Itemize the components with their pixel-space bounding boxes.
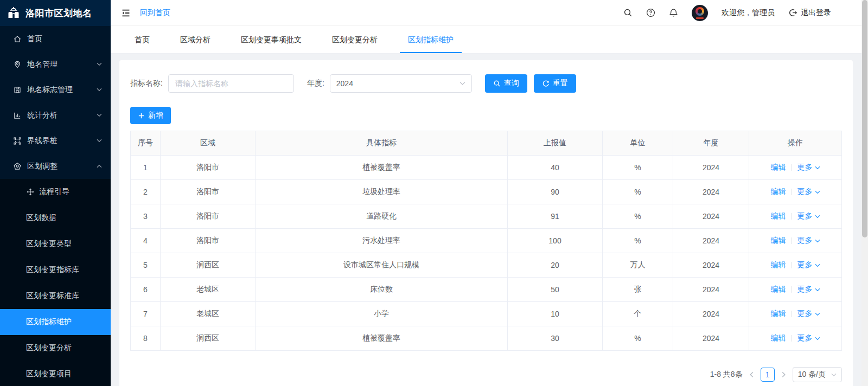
more-dropdown[interactable]: 更多 xyxy=(797,236,820,246)
sidebar-subitem-indicator-lib[interactable]: 区划变更指标库 xyxy=(0,257,111,283)
more-dropdown[interactable]: 更多 xyxy=(797,333,820,343)
add-button-label: 新增 xyxy=(148,111,163,120)
app-logo[interactable]: 洛阳市区划地名 xyxy=(0,0,111,26)
table-row: 8 涧西区 植被覆盖率 30 % 2024 编辑更多 xyxy=(131,326,842,351)
sidebar-subitem-change-project[interactable]: 区划变更项目 xyxy=(0,361,111,386)
sidebar-subitem-label: 区划数据 xyxy=(26,213,102,223)
indicator-name-input[interactable] xyxy=(168,74,294,93)
cell-no: 1 xyxy=(131,156,161,180)
edit-link[interactable]: 编辑 xyxy=(771,187,786,196)
sidebar-subitem-label: 区划变更分析 xyxy=(26,343,102,353)
sidebar-item-label: 统计分析 xyxy=(27,111,93,120)
cell-actions: 编辑更多 xyxy=(749,229,842,253)
logout-button[interactable]: 退出登录 xyxy=(788,8,831,18)
logout-label: 退出登录 xyxy=(801,8,831,18)
tab-change-analysis[interactable]: 区划变更分析 xyxy=(332,26,378,53)
table-row: 4 洛阳市 污水处理率 100 % 2024 编辑更多 xyxy=(131,229,842,253)
more-dropdown[interactable]: 更多 xyxy=(797,285,820,294)
cell-year: 2024 xyxy=(673,302,749,326)
edit-link[interactable]: 编辑 xyxy=(771,333,786,342)
sidebar-item-statistics[interactable]: 统计分析 xyxy=(0,102,111,128)
map-pin-icon xyxy=(13,60,22,69)
cell-region: 老城区 xyxy=(161,278,256,302)
more-label: 更多 xyxy=(797,236,813,246)
sidebar-subitem-standard-lib[interactable]: 区划变更标准库 xyxy=(0,283,111,309)
tab-change-approval[interactable]: 区划变更事项批文 xyxy=(241,26,302,53)
back-home-link[interactable]: 回到首页 xyxy=(140,8,170,18)
sidebar-subitem-change-analysis[interactable]: 区划变更分析 xyxy=(0,335,111,361)
tab-bar: 首页 区域分析 区划变更事项批文 区划变更分析 区划指标维护 xyxy=(111,26,861,54)
search-button[interactable]: 查询 xyxy=(485,74,527,93)
cell-no: 2 xyxy=(131,180,161,204)
cell-unit: 个 xyxy=(603,302,673,326)
sidebar-item-home[interactable]: 首页 xyxy=(0,26,111,52)
page-size-value: 10 条/页 xyxy=(798,370,826,379)
scrollbar-thumb[interactable] xyxy=(862,0,867,237)
cell-actions: 编辑更多 xyxy=(749,253,842,278)
cell-value: 30 xyxy=(508,326,603,351)
sidebar-subitem-zoning-data[interactable]: 区划数据 xyxy=(0,205,111,231)
edit-link[interactable]: 编辑 xyxy=(771,163,786,171)
add-button[interactable]: 新增 xyxy=(130,107,171,124)
cell-unit: % xyxy=(603,156,673,180)
sidebar-item-zoning-adjust[interactable]: 区划调整 xyxy=(0,153,111,179)
help-icon[interactable] xyxy=(646,8,655,17)
indicator-name-label: 指标名称: xyxy=(130,79,163,88)
prev-page-icon[interactable] xyxy=(748,370,755,379)
tab-home[interactable]: 首页 xyxy=(135,26,150,53)
main-area: 回到首页 xyxy=(111,0,861,386)
search-icon xyxy=(493,80,501,87)
sidebar-subitem-process-guide[interactable]: 流程引导 xyxy=(0,179,111,205)
cell-year: 2024 xyxy=(673,229,749,253)
cell-value: 40 xyxy=(508,156,603,180)
page-number[interactable]: 1 xyxy=(761,368,775,382)
cell-indicator: 垃圾处理率 xyxy=(256,180,508,204)
window-scrollbar[interactable] xyxy=(861,0,868,386)
more-label: 更多 xyxy=(797,211,813,221)
avatar-emblem-core xyxy=(698,9,702,14)
action-divider xyxy=(792,311,792,317)
more-dropdown[interactable]: 更多 xyxy=(797,260,820,270)
year-select[interactable]: 2024 xyxy=(330,74,472,93)
next-page-icon[interactable] xyxy=(780,370,787,379)
boundary-selection-icon xyxy=(13,137,22,145)
cell-no: 6 xyxy=(131,278,161,302)
bell-icon[interactable] xyxy=(669,8,678,17)
reset-button[interactable]: 重置 xyxy=(534,74,576,93)
chevron-down-icon xyxy=(815,239,820,243)
tab-indicator-maintain[interactable]: 区划指标维护 xyxy=(408,26,454,53)
more-label: 更多 xyxy=(797,285,813,294)
cell-indicator: 床位数 xyxy=(256,278,508,302)
menu-fold-icon[interactable] xyxy=(120,8,131,18)
sidebar-subitem-change-type[interactable]: 区划变更类型 xyxy=(0,231,111,257)
cell-value: 50 xyxy=(508,278,603,302)
edit-link[interactable]: 编辑 xyxy=(771,285,786,293)
more-dropdown[interactable]: 更多 xyxy=(797,211,820,221)
more-dropdown[interactable]: 更多 xyxy=(797,163,820,172)
sidebar-item-sign-mgmt[interactable]: 地名标志管理 xyxy=(0,77,111,102)
home-icon xyxy=(13,35,22,43)
more-label: 更多 xyxy=(797,333,813,343)
chevron-down-icon xyxy=(97,88,102,92)
more-dropdown[interactable]: 更多 xyxy=(797,187,820,197)
sidebar-item-boundary[interactable]: 界线界桩 xyxy=(0,128,111,153)
more-label: 更多 xyxy=(797,163,813,172)
sidebar-item-placename-mgmt[interactable]: 地名管理 xyxy=(0,52,111,77)
content-card: 指标名称: 年度: 2024 xyxy=(119,60,853,386)
more-dropdown[interactable]: 更多 xyxy=(797,309,820,319)
chevron-up-icon xyxy=(97,164,102,168)
edit-link[interactable]: 编辑 xyxy=(771,211,786,220)
search-icon[interactable] xyxy=(623,8,633,17)
edit-link[interactable]: 编辑 xyxy=(771,260,786,269)
cell-year: 2024 xyxy=(673,204,749,229)
edit-link[interactable]: 编辑 xyxy=(771,236,786,245)
tab-region-analysis[interactable]: 区域分析 xyxy=(180,26,210,53)
avatar[interactable] xyxy=(692,5,708,21)
sidebar: 洛阳市区划地名 首页 地名管理 xyxy=(0,0,111,386)
cell-value: 100 xyxy=(508,229,603,253)
sidebar-subitem-indicator-maintain[interactable]: 区划指标维护 xyxy=(0,309,111,335)
chevron-down-icon xyxy=(815,337,820,340)
chevron-down-icon xyxy=(815,215,820,218)
edit-link[interactable]: 编辑 xyxy=(771,309,786,318)
page-size-select[interactable]: 10 条/页 xyxy=(793,367,842,382)
